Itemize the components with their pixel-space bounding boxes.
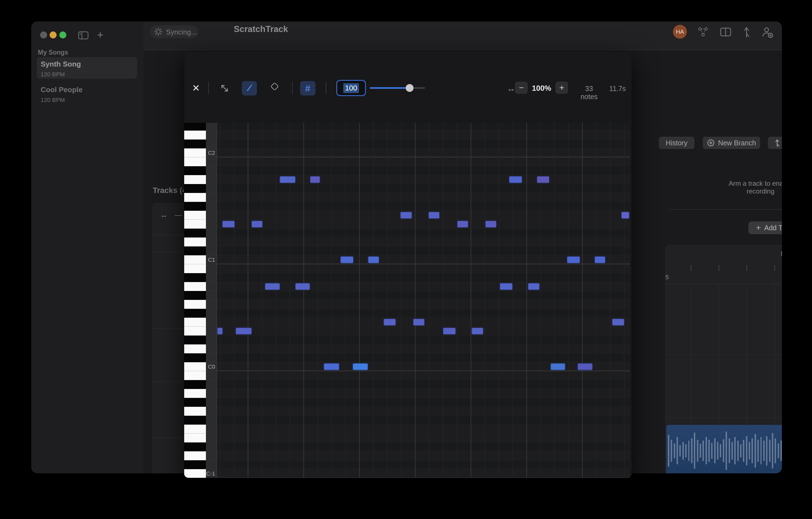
piano-key-black[interactable] (184, 166, 206, 175)
piano-key-white[interactable] (184, 407, 206, 416)
midi-note[interactable] (485, 220, 497, 228)
midi-note[interactable] (471, 328, 484, 335)
piano-key-white[interactable] (184, 220, 206, 228)
piano-key-black[interactable] (184, 123, 206, 130)
piano-key-white[interactable] (184, 344, 206, 353)
snap-grid-button[interactable]: # (300, 81, 315, 95)
piano-key-black[interactable] (184, 398, 206, 407)
piano-key-white[interactable] (184, 130, 206, 140)
velocity-slider-track-filled[interactable] (370, 87, 409, 89)
piano-key-black[interactable] (184, 291, 206, 300)
close-button[interactable]: ✕ (192, 84, 200, 92)
piano-key-white[interactable] (184, 425, 206, 433)
midi-note[interactable] (383, 318, 396, 326)
midi-note[interactable] (413, 318, 425, 326)
piano-key-white[interactable] (184, 433, 206, 442)
piano-key-white[interactable] (184, 157, 206, 166)
midi-note[interactable] (509, 176, 522, 183)
midi-note[interactable] (323, 363, 340, 370)
midi-note[interactable] (443, 328, 456, 335)
midi-note[interactable] (310, 176, 320, 183)
piano-key-black[interactable] (184, 460, 206, 469)
piano-key-white[interactable] (184, 469, 206, 478)
piano-key-black[interactable] (184, 336, 206, 344)
avatar[interactable]: HA (673, 25, 687, 39)
piano-key-white[interactable] (184, 238, 206, 246)
reset-zoom-button[interactable]: Reset (781, 250, 782, 258)
piano-key-white[interactable] (184, 193, 206, 202)
waveform-bar (714, 438, 716, 463)
piano-roll-grid[interactable]: C2C1C0C-1 (184, 123, 632, 478)
piano-key-black[interactable] (184, 353, 206, 362)
piano-key-white[interactable] (184, 175, 206, 184)
piano-key-white[interactable] (184, 264, 206, 273)
midi-note[interactable] (428, 212, 440, 219)
resize-tool-icon[interactable] (219, 83, 230, 94)
node-graph-icon[interactable] (697, 26, 708, 38)
midi-note[interactable] (265, 283, 280, 290)
piano-key-white[interactable] (184, 371, 206, 380)
eraser-tool-icon[interactable] (269, 83, 280, 94)
piano-key-white[interactable] (184, 255, 206, 264)
piano-key-white[interactable] (184, 389, 206, 398)
piano-key-white[interactable] (184, 300, 206, 309)
midi-note[interactable] (352, 363, 368, 370)
new-branch-button[interactable]: New Branch (703, 137, 760, 149)
piano-key-white[interactable] (184, 327, 206, 336)
history-button[interactable]: History (659, 137, 694, 149)
midi-note[interactable] (457, 220, 468, 228)
piano-key-black[interactable] (184, 228, 206, 238)
song-list-item[interactable]: Synth Song120 BPM (37, 57, 137, 79)
merge-button[interactable]: Merge (768, 137, 782, 149)
traffic-zoom-button[interactable] (59, 31, 66, 38)
piano-key-black[interactable] (184, 202, 206, 211)
traffic-minimize-button[interactable] (50, 31, 57, 38)
midi-note[interactable] (235, 328, 252, 335)
traffic-close-button[interactable] (40, 31, 47, 38)
midi-note[interactable] (500, 283, 513, 290)
piano-key-white[interactable] (184, 211, 206, 220)
midi-note[interactable] (217, 328, 223, 335)
midi-note[interactable] (528, 283, 540, 290)
midi-note[interactable] (537, 176, 550, 183)
pencil-tool-button[interactable] (242, 81, 257, 95)
midi-note[interactable] (368, 256, 379, 264)
piano-key-black[interactable] (184, 140, 206, 148)
midi-note[interactable] (621, 212, 630, 219)
zoom-out-button[interactable]: − (515, 82, 528, 94)
split-view-icon[interactable] (720, 26, 731, 38)
piano-key-black[interactable] (184, 309, 206, 318)
add-track-button[interactable]: + Add Track (749, 221, 782, 234)
merge-pointer-icon[interactable] (742, 26, 752, 38)
song-list-item[interactable]: Cool People120 BPM (37, 83, 137, 104)
midi-note[interactable] (251, 220, 263, 228)
midi-note[interactable] (550, 363, 566, 370)
new-song-button[interactable]: + (97, 29, 104, 41)
piano-key-white[interactable] (184, 362, 206, 371)
piano-key-white[interactable] (184, 148, 206, 157)
midi-note[interactable] (222, 220, 235, 228)
piano-key-white[interactable] (184, 282, 206, 291)
velocity-slider-thumb[interactable] (406, 84, 413, 92)
piano-key-white[interactable] (184, 318, 206, 327)
piano-key-white[interactable] (184, 451, 206, 460)
velocity-input[interactable]: 100 (336, 80, 366, 96)
piano-key-black[interactable] (184, 380, 206, 389)
midi-note[interactable] (400, 212, 412, 219)
midi-note[interactable] (594, 256, 606, 264)
piano-key-black[interactable] (184, 246, 206, 255)
piano-key-black[interactable] (184, 184, 206, 193)
zoom-in-button[interactable]: + (555, 82, 568, 94)
midi-note[interactable] (280, 176, 296, 183)
midi-note[interactable] (577, 363, 593, 370)
piano-key-black[interactable] (184, 442, 206, 451)
midi-note[interactable] (567, 256, 580, 264)
piano-key-black[interactable] (184, 416, 206, 425)
midi-note[interactable] (295, 283, 310, 290)
audio-region-clip[interactable] (666, 425, 782, 474)
add-person-icon[interactable] (761, 26, 774, 38)
midi-note[interactable] (340, 256, 354, 264)
piano-key-black[interactable] (184, 273, 206, 282)
midi-note[interactable] (612, 318, 625, 326)
sidebar-toggle-icon[interactable] (78, 31, 89, 39)
